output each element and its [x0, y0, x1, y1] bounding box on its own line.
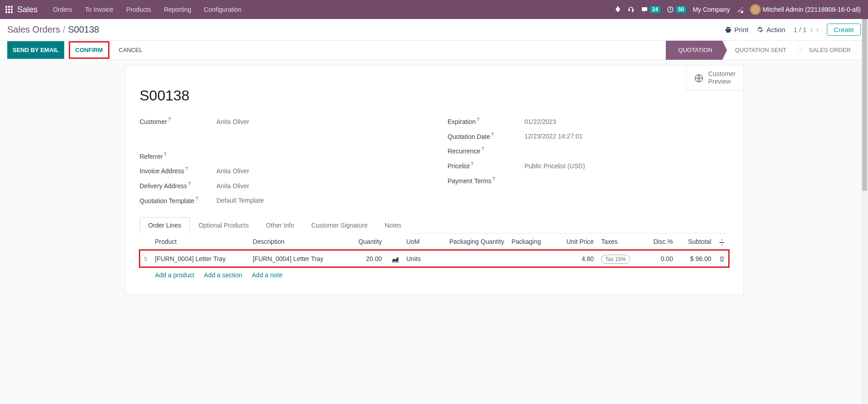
- label-expiration: Expiration?: [448, 117, 525, 125]
- cell-taxes[interactable]: Tax 15%: [598, 250, 643, 267]
- stage-quotation[interactable]: QUOTATION: [666, 40, 722, 60]
- value-quotation-template[interactable]: Default Template: [217, 197, 264, 204]
- expand-icon[interactable]: [719, 238, 725, 245]
- tab-other-info[interactable]: Other Info: [257, 217, 303, 233]
- customer-preview-button[interactable]: Customer Preview: [686, 66, 743, 90]
- breadcrumb: Sales Orders / S00138: [7, 24, 99, 35]
- value-invoice-address[interactable]: Anita Oliver: [217, 167, 249, 175]
- add-note-link[interactable]: Add a note: [252, 271, 283, 279]
- help-icon[interactable]: ?: [164, 152, 166, 157]
- tab-customer-signature[interactable]: Customer Signature: [303, 217, 376, 233]
- label-recurrence: Recurrence?: [448, 146, 525, 155]
- nav-to-invoice[interactable]: To Invoice: [79, 0, 120, 19]
- help-icon[interactable]: ?: [477, 117, 479, 122]
- table-row[interactable]: ⇅ [FURN_0004] Letter Tray [FURN_0004] Le…: [140, 250, 729, 267]
- cell-disc[interactable]: 0.00: [643, 250, 677, 267]
- scrollbar[interactable]: [861, 19, 868, 300]
- trash-icon[interactable]: [719, 255, 725, 262]
- cell-description[interactable]: [FURN_0004] Letter Tray: [249, 250, 347, 267]
- activities-badge: 50: [676, 6, 686, 13]
- th-description[interactable]: Description: [249, 233, 347, 250]
- cell-product[interactable]: [FURN_0004] Letter Tray: [152, 250, 249, 267]
- value-customer[interactable]: Anita Oliver: [217, 118, 249, 125]
- help-icon[interactable]: ?: [185, 166, 188, 171]
- value-expiration[interactable]: 01/22/2023: [525, 118, 556, 125]
- help-icon[interactable]: ?: [493, 176, 495, 181]
- cell-subtotal: $ 96.00: [677, 250, 715, 267]
- apps-icon[interactable]: [5, 6, 13, 13]
- label-pricelist: Pricelist?: [448, 161, 525, 170]
- nav-products[interactable]: Products: [120, 0, 157, 19]
- tab-optional-products[interactable]: Optional Products: [190, 217, 257, 233]
- company-switcher[interactable]: My Company: [693, 6, 730, 13]
- breadcrumb-current: S00138: [68, 24, 99, 35]
- support-icon[interactable]: [627, 6, 635, 13]
- nav-orders[interactable]: Orders: [47, 0, 79, 19]
- th-quantity[interactable]: Quantity: [347, 233, 385, 250]
- value-pricelist[interactable]: Public Pricelist (USD): [525, 162, 585, 170]
- cell-unit-price[interactable]: 4.80: [554, 250, 598, 267]
- debug-icon[interactable]: [614, 6, 621, 13]
- messages-icon[interactable]: 24: [641, 6, 660, 13]
- gear-icon: [756, 26, 764, 33]
- add-section-link[interactable]: Add a section: [204, 271, 242, 279]
- tab-notes[interactable]: Notes: [376, 217, 410, 233]
- create-button[interactable]: Create: [827, 24, 861, 36]
- globe-icon: [694, 72, 704, 83]
- app-brand[interactable]: Sales: [17, 5, 38, 14]
- help-icon[interactable]: ?: [188, 181, 191, 186]
- confirm-highlight: CONFIRM: [69, 41, 110, 59]
- th-packaging[interactable]: Packaging: [508, 233, 554, 250]
- tools-icon[interactable]: [736, 6, 744, 13]
- th-subtotal[interactable]: Subtotal: [677, 233, 715, 250]
- confirm-button[interactable]: CONFIRM: [71, 43, 108, 57]
- help-icon[interactable]: ?: [491, 132, 494, 137]
- add-product-link[interactable]: Add a product: [155, 271, 194, 279]
- value-quotation-date[interactable]: 12/23/2022 14:27:01: [525, 133, 583, 140]
- action-button[interactable]: Action: [756, 26, 785, 33]
- value-delivery-address[interactable]: Anita Oliver: [217, 182, 249, 190]
- help-icon[interactable]: ?: [168, 117, 171, 122]
- pager-prev[interactable]: ‹: [810, 26, 812, 34]
- order-name: S00138: [140, 87, 729, 104]
- th-packaging-qty[interactable]: Packaging Quantity: [430, 233, 508, 250]
- print-button[interactable]: Print: [725, 26, 749, 33]
- breadcrumb-parent[interactable]: Sales Orders: [7, 24, 60, 35]
- stage-quotation-sent[interactable]: QUOTATION SENT: [722, 40, 797, 60]
- th-disc[interactable]: Disc.%: [643, 233, 677, 250]
- stage-sales-order[interactable]: SALES ORDER: [797, 40, 861, 60]
- print-icon: [725, 26, 732, 33]
- label-invoice-address: Invoice Address?: [140, 166, 217, 175]
- cell-uom[interactable]: Units: [403, 250, 430, 267]
- add-row: Add a product Add a section Add a note: [140, 267, 729, 283]
- help-icon[interactable]: ?: [471, 161, 474, 166]
- th-unit-price[interactable]: Unit Price: [554, 233, 598, 250]
- form-sheet: Customer Preview S00138 Customer? Anita …: [125, 65, 744, 295]
- th-product[interactable]: Product: [152, 233, 249, 250]
- top-navbar: Sales Orders To Invoice Products Reporti…: [0, 0, 868, 19]
- label-payment-terms: Payment Terms?: [448, 176, 525, 185]
- pager-next[interactable]: ›: [816, 26, 819, 34]
- cancel-button[interactable]: CANCEL: [114, 41, 147, 59]
- help-icon[interactable]: ?: [195, 196, 198, 201]
- scrollbar-thumb[interactable]: [862, 19, 867, 191]
- nav-configuration[interactable]: Configuration: [198, 0, 248, 19]
- th-uom[interactable]: UoM: [403, 233, 430, 250]
- label-delivery-address: Delivery Address?: [140, 181, 217, 190]
- cell-packaging[interactable]: [508, 250, 554, 267]
- label-quotation-date: Quotation Date?: [448, 132, 525, 140]
- user-menu[interactable]: Mitchell Admin (22118808-16-0-all): [750, 4, 861, 15]
- forecast-icon[interactable]: [392, 255, 399, 262]
- nav-reporting[interactable]: Reporting: [157, 0, 198, 19]
- send-by-email-button[interactable]: SEND BY EMAIL: [7, 41, 64, 59]
- drag-handle-icon[interactable]: ⇅: [143, 256, 148, 262]
- cell-quantity[interactable]: 20.00: [347, 250, 385, 267]
- help-icon[interactable]: ?: [481, 146, 484, 152]
- tab-order-lines[interactable]: Order Lines: [140, 217, 190, 233]
- activities-icon[interactable]: 50: [667, 6, 686, 13]
- control-bar: Sales Orders / S00138 Print Action 1 / 1…: [0, 19, 868, 41]
- cell-packaging-qty[interactable]: [430, 250, 508, 267]
- order-lines-table: Product Description Quantity UoM Packagi…: [140, 233, 729, 283]
- th-taxes[interactable]: Taxes: [598, 233, 643, 250]
- label-quotation-template: Quotation Template?: [140, 196, 217, 204]
